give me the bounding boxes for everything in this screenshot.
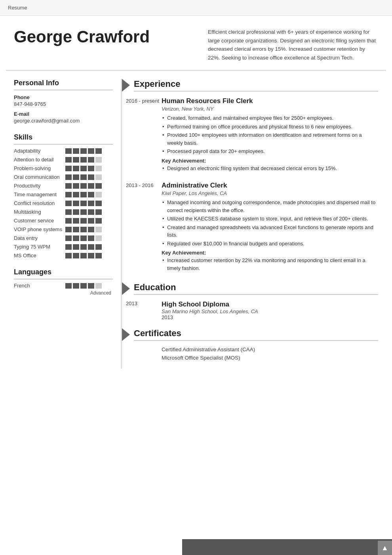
skill-row: Oral communication — [14, 174, 113, 180]
certificates-list: Certified Administrative Assistant (CAA)… — [122, 346, 378, 361]
language-name: French — [14, 283, 65, 289]
skill-bar — [80, 235, 87, 241]
skill-row: Data entry — [14, 235, 113, 241]
skills-list: AdaptabilityAttention to detailProblem-s… — [14, 148, 113, 258]
edu-year: 2013 — [162, 314, 378, 320]
skill-bar — [95, 166, 102, 171]
experience-arrow — [122, 79, 130, 92]
language-bar — [65, 283, 72, 289]
skill-bar — [80, 157, 87, 163]
skill-bar — [65, 174, 72, 180]
skill-bar — [65, 218, 72, 224]
top-bar: Resume — [0, 0, 392, 16]
exp-dates: 2016 - present — [126, 97, 162, 174]
exp-details: Administrative ClerkKiwi Paper, Los Ange… — [162, 182, 378, 274]
skills-section: Skills AdaptabilityAttention to detailPr… — [14, 133, 113, 258]
skill-name: Attention to detail — [14, 157, 65, 163]
language-bar — [95, 283, 102, 289]
key-achievement-label: Key Achievement: — [162, 158, 378, 164]
skill-name: Data entry — [14, 235, 65, 241]
skill-bar — [65, 209, 72, 215]
skill-bar — [80, 192, 87, 197]
skill-bar — [73, 227, 79, 232]
main-content: Personal Info Phone 847-948-9765 E-mail … — [6, 71, 386, 377]
key-achievement-label: Key Achievement: — [162, 250, 378, 256]
bottom-bar — [182, 539, 392, 555]
personal-info-title: Personal Info — [14, 79, 113, 90]
header-summary: Efficient clerical professional with 6+ … — [196, 28, 378, 62]
exp-details: Human Resources File ClerkVerizon, New Y… — [162, 97, 378, 174]
skill-name: Customer service — [14, 218, 65, 224]
languages-list: FrenchAdvanced — [14, 283, 113, 296]
certificates-header: Certificates — [122, 328, 378, 341]
skill-bar — [73, 157, 79, 163]
candidate-name: George Crawford — [14, 28, 196, 46]
skill-name: Typing 75 WPM — [14, 244, 65, 250]
skill-bars — [65, 166, 102, 171]
certificates-arrow — [122, 328, 130, 341]
skill-bars — [65, 148, 102, 154]
skill-bar — [80, 227, 87, 232]
skill-bar — [80, 218, 87, 224]
edu-details: High School DiplomaSan Marino High Schoo… — [162, 300, 378, 320]
skill-name: Problem-solving — [14, 165, 65, 171]
skill-name: Productivity — [14, 183, 65, 189]
edu-school: San Marino High School, Los Angeles, CA — [162, 308, 378, 314]
skills-title: Skills — [14, 133, 113, 145]
exp-bullet: Performed training on office procedures … — [162, 123, 378, 131]
skill-row: Problem-solving — [14, 165, 113, 171]
skill-bar — [80, 253, 87, 258]
email-value: george.crawford@gmail.com — [14, 118, 113, 124]
skill-bar — [95, 157, 102, 163]
experience-list: 2016 - presentHuman Resources File Clerk… — [122, 97, 378, 274]
skill-bar — [65, 201, 72, 206]
skill-bars — [65, 235, 102, 241]
skill-bar — [65, 235, 72, 241]
skill-row: VOIP phone systems — [14, 226, 113, 232]
education-header: Education — [122, 282, 378, 295]
key-achievement-bullets: Increased customer retention by 22% via … — [162, 256, 378, 272]
skill-bar — [80, 148, 87, 154]
certificate-entry: Microsoft Office Specialist (MOS) — [122, 355, 378, 361]
exp-bullet: Regulated over $10,000 in financial budg… — [162, 240, 378, 248]
skill-bar — [95, 209, 102, 215]
skill-bars — [65, 209, 102, 215]
skill-row: Productivity — [14, 183, 113, 189]
certificates-title: Certificates — [134, 328, 378, 341]
experience-header: Experience — [122, 79, 378, 92]
phone-value: 847-948-9765 — [14, 101, 113, 107]
education-section: Education 2013High School DiplomaSan Mar… — [122, 282, 378, 320]
skill-bar — [73, 209, 79, 215]
education-title: Education — [134, 282, 378, 295]
skill-bar — [88, 148, 94, 154]
education-list: 2013High School DiplomaSan Marino High S… — [122, 300, 378, 320]
skill-bar — [95, 218, 102, 224]
exp-bullet: Created and managed spreadsheets via adv… — [162, 224, 378, 239]
skill-bar — [88, 235, 94, 241]
skill-bar — [80, 183, 87, 189]
skill-row: MS Office — [14, 253, 113, 258]
language-row: French — [14, 283, 113, 289]
skill-bar — [88, 209, 94, 215]
exp-bullets: Created, formatted, and maintained emplo… — [162, 114, 378, 155]
skill-bar — [80, 166, 87, 171]
skill-bar — [88, 218, 94, 224]
skill-bar — [73, 218, 79, 224]
skill-bar — [73, 183, 79, 189]
exp-title: Administrative Clerk — [162, 182, 378, 189]
skill-bar — [73, 166, 79, 171]
skill-bar — [80, 244, 87, 250]
skill-bar — [80, 201, 87, 206]
skill-name: Multitasking — [14, 209, 65, 215]
skill-bar — [73, 253, 79, 258]
scroll-top-button[interactable]: ▲ — [378, 541, 392, 555]
skill-bar — [65, 148, 72, 154]
skill-bar — [73, 201, 79, 206]
languages-title: Languages — [14, 268, 113, 279]
skill-bar — [95, 227, 102, 232]
skill-bars — [65, 201, 102, 206]
skill-bar — [95, 253, 102, 258]
skill-bar — [88, 166, 94, 171]
header-left: George Crawford — [14, 28, 196, 62]
skill-bars — [65, 183, 102, 189]
